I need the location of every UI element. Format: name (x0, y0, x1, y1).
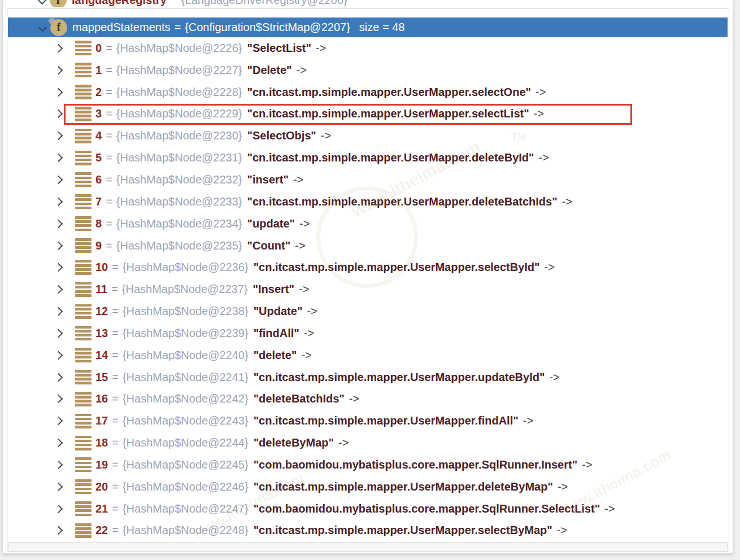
chevron-right-icon[interactable] (54, 88, 63, 97)
chevron-right-icon[interactable] (54, 176, 63, 185)
chevron-right-icon[interactable] (54, 65, 63, 75)
entry-reference: {HashMap$Node@2246} (123, 480, 249, 493)
list-icon (75, 348, 92, 362)
entry-key: "cn.itcast.mp.simple.mapper.UserMapper.s… (254, 261, 540, 274)
map-entry-row[interactable]: 16 = {HashMap$Node@2242} "deleteBatchIds… (8, 388, 728, 410)
map-entry-row[interactable]: 0 = {HashMap$Node@2226} "SelectList" -> (8, 37, 728, 59)
chevron-right-icon[interactable] (54, 110, 63, 119)
chevron-right-icon[interactable] (54, 351, 63, 360)
equals-sign: = (112, 502, 119, 515)
entry-index: 5 (95, 151, 102, 164)
equals-sign: = (106, 173, 112, 186)
entry-key: "Delete" (247, 64, 292, 77)
chevron-right-icon[interactable] (54, 483, 63, 492)
map-entry-row[interactable]: 9 = {HashMap$Node@2235} "Count" -> (8, 235, 728, 257)
horizontal-scrollbar[interactable] (8, 542, 728, 550)
chevron-right-icon[interactable] (54, 417, 63, 426)
chevron-right-icon[interactable] (54, 395, 63, 404)
map-entry-row[interactable]: 15 = {HashMap$Node@2241} "cn.itcast.mp.s… (8, 366, 728, 388)
entry-index: 17 (95, 414, 108, 427)
map-entry-row[interactable]: 17 = {HashMap$Node@2243} "cn.itcast.mp.s… (8, 410, 728, 432)
entry-reference: {HashMap$Node@2227} (116, 64, 242, 77)
list-icon (75, 282, 92, 297)
equals-sign: = (112, 349, 119, 362)
map-entry-row[interactable]: 4 = {HashMap$Node@2230} "SelectObjs" -> (8, 125, 728, 147)
map-entry-row[interactable]: 20 = {HashMap$Node@2246} "cn.itcast.mp.s… (8, 476, 728, 498)
arrow-symbol: -> (301, 349, 311, 362)
entry-key: "Count" (247, 239, 291, 252)
arrow-symbol: -> (534, 107, 544, 120)
chevron-right-icon[interactable] (54, 504, 63, 513)
entry-key: "com.baomidou.mybatisplus.core.mapper.Sq… (254, 502, 600, 515)
chevron-right-icon[interactable] (54, 132, 63, 141)
entry-reference: {HashMap$Node@2245} (123, 458, 249, 471)
entry-reference: {HashMap$Node@2230} (116, 129, 242, 142)
entry-reference: {HashMap$Node@2243} (123, 414, 249, 427)
list-icon (75, 129, 92, 143)
list-icon (75, 216, 92, 231)
entry-index: 2 (95, 86, 102, 99)
tree-row-mapped-statements-selected[interactable]: f mappedStatements = {Configuration$Stri… (8, 18, 728, 37)
arrow-symbol: -> (304, 327, 314, 340)
equals-sign: = (174, 21, 181, 34)
entry-index: 9 (95, 239, 102, 252)
tree-row-language-registry[interactable]: f languageRegistry {LanguageDriverRegist… (7, 0, 728, 7)
list-icon (75, 326, 92, 340)
entry-reference: {HashMap$Node@2233} (116, 195, 242, 208)
entry-index: 10 (95, 261, 108, 274)
chevron-right-icon[interactable] (54, 526, 63, 535)
entry-key: "findAll" (254, 327, 299, 340)
entry-key: "cn.itcast.mp.simple.mapper.UserMapper.d… (247, 195, 558, 208)
map-entry-row[interactable]: 1 = {HashMap$Node@2227} "Delete" -> (8, 59, 728, 81)
equals-sign: = (111, 283, 118, 296)
chevron-down-icon[interactable] (38, 0, 47, 5)
entry-reference: {HashMap$Node@2248} (123, 524, 249, 537)
map-entry-row[interactable]: 19 = {HashMap$Node@2245} "com.baomidou.m… (8, 454, 728, 476)
map-entry-row[interactable]: 14 = {HashMap$Node@2240} "delete" -> (8, 344, 728, 366)
equals-sign: = (112, 392, 119, 405)
entry-key: "cn.itcast.mp.simple.mapper.UserMapper.u… (254, 371, 545, 384)
chevron-right-icon[interactable] (54, 219, 63, 228)
map-entry-row[interactable]: 7 = {HashMap$Node@2233} "cn.itcast.mp.si… (8, 191, 728, 213)
map-entry-row[interactable]: 5 = {HashMap$Node@2231} "cn.itcast.mp.si… (8, 147, 728, 169)
chevron-right-icon[interactable] (54, 439, 63, 448)
map-entry-row[interactable]: 18 = {HashMap$Node@2244} "deleteByMap" -… (8, 432, 728, 454)
chevron-right-icon[interactable] (54, 329, 63, 338)
equals-sign: = (106, 86, 112, 99)
chevron-right-icon[interactable] (54, 307, 63, 316)
list-icon (75, 501, 92, 516)
map-entry-row[interactable]: 2 = {HashMap$Node@2228} "cn.itcast.mp.si… (8, 81, 728, 103)
map-entry-row[interactable]: 8 = {HashMap$Node@2234} "update" -> (8, 213, 728, 235)
map-entry-row[interactable]: 11 = {HashMap$Node@2237} "Insert" -> (8, 278, 728, 300)
entry-reference: {HashMap$Node@2231} (116, 151, 242, 164)
chevron-right-icon[interactable] (54, 373, 63, 382)
chevron-right-icon[interactable] (54, 285, 63, 294)
map-entry-row[interactable]: 21 = {HashMap$Node@2247} "com.baomidou.m… (8, 498, 728, 520)
chevron-right-icon[interactable] (54, 44, 63, 53)
map-entry-row[interactable]: 10 = {HashMap$Node@2236} "cn.itcast.mp.s… (8, 256, 728, 278)
entry-index: 0 (95, 42, 102, 55)
list-icon (75, 457, 92, 472)
equals-sign: = (112, 480, 119, 493)
list-icon (75, 479, 92, 494)
equals-sign: = (106, 64, 112, 77)
list-icon (75, 392, 92, 406)
field-icon: f (50, 19, 67, 36)
map-entry-row[interactable]: 3 = {HashMap$Node@2229} "cn.itcast.mp.si… (8, 103, 728, 125)
map-entry-row[interactable]: 22 = {HashMap$Node@2248} "cn.itcast.mp.s… (8, 520, 728, 542)
entry-index: 8 (95, 217, 102, 230)
chevron-right-icon[interactable] (54, 241, 63, 250)
chevron-right-icon[interactable] (54, 154, 63, 163)
map-entry-row[interactable]: 12 = {HashMap$Node@2238} "Update" -> (8, 300, 728, 322)
variable-name: mappedStatements (72, 21, 170, 34)
variable-name: languageRegistry (72, 0, 167, 7)
map-entry-row[interactable]: 13 = {HashMap$Node@2239} "findAll" -> (8, 322, 728, 344)
map-entry-row[interactable]: 6 = {HashMap$Node@2232} "insert" -> (8, 169, 728, 191)
equals-sign: = (106, 42, 112, 55)
chevron-right-icon[interactable] (54, 198, 63, 207)
chevron-right-icon[interactable] (54, 263, 63, 272)
chevron-right-icon[interactable] (54, 461, 63, 470)
list-icon (75, 238, 92, 253)
entry-key: "delete" (254, 349, 297, 362)
chevron-down-icon[interactable] (38, 23, 47, 32)
